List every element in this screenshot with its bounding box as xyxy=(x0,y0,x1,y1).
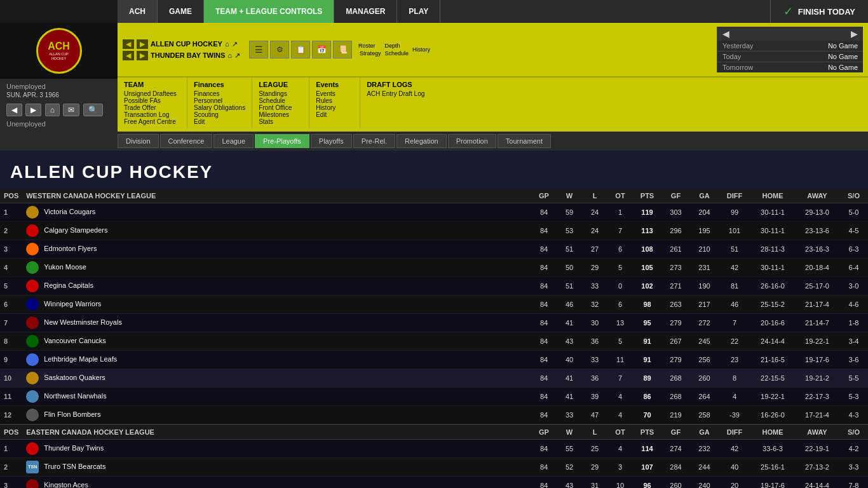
nav-arrow-right-2[interactable]: ▶ xyxy=(137,51,148,60)
row-team: Victoria Cougars xyxy=(22,203,531,222)
table-row[interactable]: 11 Northwest Narwhals 84 41 39 4 86 268 … xyxy=(0,388,868,406)
rules-item[interactable]: Rules xyxy=(316,97,353,104)
row-so: 6-3 xyxy=(839,240,868,259)
col-pos-e: POS xyxy=(0,424,22,440)
table-row[interactable]: 1 Victoria Cougars 84 59 24 1 119 303 20… xyxy=(0,203,868,222)
ach-entry-draft-log[interactable]: ACH Entry Draft Log xyxy=(367,90,443,97)
events-edit-item[interactable]: Edit xyxy=(316,111,353,118)
table-row[interactable]: 12 Flin Flon Bombers 84 33 47 4 70 219 2… xyxy=(0,406,868,425)
table-row[interactable]: 8 Vancouver Canucks 84 43 36 5 91 267 24… xyxy=(0,332,868,351)
personnel-item[interactable]: Personnel xyxy=(194,97,245,104)
row-ot: 0 xyxy=(607,277,633,295)
schedule-menu-item[interactable]: Schedule xyxy=(259,97,302,104)
table-row[interactable]: 7 New Westminster Royals 84 41 30 13 95 … xyxy=(0,314,868,332)
row-pts: 86 xyxy=(633,388,661,406)
table-row[interactable]: 3 Kingston Aces 84 43 31 10 96 260 240 2… xyxy=(0,477,868,489)
table-row[interactable]: 4 Yukon Moose 84 50 29 5 105 273 231 42 … xyxy=(0,259,868,277)
row-pos: 4 xyxy=(0,259,22,277)
col-diff-w: DIFF xyxy=(719,189,750,203)
left-nav-btn-forward[interactable]: ▶ xyxy=(25,104,41,116)
table-row[interactable]: 1 Thunder Bay Twins 84 55 25 4 114 274 2… xyxy=(0,440,868,458)
left-nav-btn-back[interactable]: ◀ xyxy=(6,104,22,116)
table-row[interactable]: 3 Edmonton Flyers 84 51 27 6 108 261 210… xyxy=(0,240,868,259)
row-ga: 231 xyxy=(690,259,719,277)
events-item[interactable]: Events xyxy=(316,90,353,97)
row-so: 3-6 xyxy=(839,351,868,369)
col-ga-w: GA xyxy=(690,189,719,203)
finances-item[interactable]: Finances xyxy=(194,90,245,97)
row-diff: 81 xyxy=(719,277,750,295)
tab-league[interactable]: League xyxy=(214,134,254,148)
left-nav-btn-mail[interactable]: ✉ xyxy=(63,104,79,116)
row-l: 25 xyxy=(582,440,607,458)
quick-schedule-btn[interactable]: 📅 xyxy=(312,41,331,58)
table-row[interactable]: 6 Winnipeg Warriors 84 46 32 6 98 263 21… xyxy=(0,295,868,314)
history-menu-item[interactable]: History xyxy=(316,104,353,111)
nav-arrow-right-1[interactable]: ▶ xyxy=(137,39,148,49)
schedule-prev-btn[interactable]: ◀ xyxy=(722,29,729,39)
row-ga: 190 xyxy=(690,277,719,295)
tab-promotion[interactable]: Promotion xyxy=(448,134,496,148)
row-w: 51 xyxy=(557,240,582,259)
quick-roster-btn[interactable]: ☰ xyxy=(249,41,268,58)
row-ot: 6 xyxy=(607,240,633,259)
row-ot: 3 xyxy=(607,458,633,477)
row-l: 29 xyxy=(582,458,607,477)
team-possible-fas[interactable]: Possible FAs xyxy=(124,97,180,104)
row-gp: 84 xyxy=(531,388,557,406)
left-nav-btn-search[interactable]: 🔍 xyxy=(83,104,103,116)
col-gf-w: GF xyxy=(661,189,690,203)
row-pts: 98 xyxy=(633,295,661,314)
row-away: 19-22-1 xyxy=(795,332,839,351)
table-row[interactable]: 2 TSNTruro TSN Bearcats 84 52 29 3 107 2… xyxy=(0,458,868,477)
tab-tournament[interactable]: Tournament xyxy=(498,134,551,148)
finish-today-btn[interactable]: ✓ FINISH TODAY xyxy=(770,0,868,23)
milestones-item[interactable]: Milestones xyxy=(259,111,302,118)
row-ot: 4 xyxy=(607,406,633,425)
team-transaction-log[interactable]: Transaction Log xyxy=(124,111,180,118)
row-w: 43 xyxy=(557,477,582,489)
scouting-item[interactable]: Scouting xyxy=(194,111,245,118)
left-nav-btn-home[interactable]: ⌂ xyxy=(45,104,60,116)
front-office-item[interactable]: Front Office xyxy=(259,104,302,111)
nav-play[interactable]: PLAY xyxy=(397,0,440,23)
tab-division[interactable]: Division xyxy=(118,134,159,148)
finances-edit-item[interactable]: Edit xyxy=(194,118,245,125)
tab-pre-playoffs[interactable]: Pre-Playoffs xyxy=(255,134,309,148)
quick-strategy-btn[interactable]: ⚙ xyxy=(270,41,289,58)
table-row[interactable]: 2 Calgary Stampeders 84 53 24 7 113 296 … xyxy=(0,222,868,240)
row-team: Kingston Aces xyxy=(22,477,531,489)
stats-item[interactable]: Stats xyxy=(259,118,302,125)
nav-arrow-left-2[interactable]: ◀ xyxy=(123,51,134,60)
standings-item[interactable]: Standings xyxy=(259,90,302,97)
nav-team-league[interactable]: TEAM + LEAGUE CONTROLS xyxy=(204,0,334,23)
nav-game[interactable]: GAME xyxy=(158,0,204,23)
table-row[interactable]: 5 Regina Capitals 84 51 33 0 102 271 190… xyxy=(0,277,868,295)
col-w-w: W xyxy=(557,189,582,203)
tab-conference[interactable]: Conference xyxy=(160,134,213,148)
external-icon-2: ↗ xyxy=(234,51,240,60)
team-unsigned[interactable]: Unsigned Draftees xyxy=(124,90,180,97)
nav-manager[interactable]: MANAGER xyxy=(334,0,397,23)
table-row[interactable]: 10 Saskatoon Quakers 84 41 36 7 89 268 2… xyxy=(0,369,868,388)
quick-depth-btn[interactable]: 📋 xyxy=(291,41,310,58)
nav-ach[interactable]: ACH xyxy=(118,0,158,23)
schedule-next-btn[interactable]: ▶ xyxy=(851,29,858,39)
table-row[interactable]: 9 Lethbridge Maple Leafs 84 40 33 11 91 … xyxy=(0,351,868,369)
row-home: 30-11-1 xyxy=(750,203,795,222)
row-team: Regina Capitals xyxy=(22,277,531,295)
team-trade-offer[interactable]: Trade Offer xyxy=(124,104,180,111)
row-so: 7-8 xyxy=(839,477,868,489)
user-status: Unemployed xyxy=(6,83,111,90)
tab-playoffs[interactable]: Playoffs xyxy=(311,134,352,148)
nav-arrow-left-1[interactable]: ◀ xyxy=(123,39,134,49)
tab-pre-rel[interactable]: Pre-Rel. xyxy=(353,134,395,148)
tab-relegation[interactable]: Relegation xyxy=(397,134,447,148)
quick-history-btn[interactable]: 📜 xyxy=(333,41,352,58)
row-away: 24-14-4 xyxy=(795,477,839,489)
team-free-agent-centre[interactable]: Free Agent Centre xyxy=(124,118,180,125)
row-pts: 105 xyxy=(633,259,661,277)
row-home: 16-26-0 xyxy=(750,406,795,425)
salary-obligations-item[interactable]: Salary Obligations xyxy=(194,104,245,111)
row-home: 21-16-5 xyxy=(750,351,795,369)
